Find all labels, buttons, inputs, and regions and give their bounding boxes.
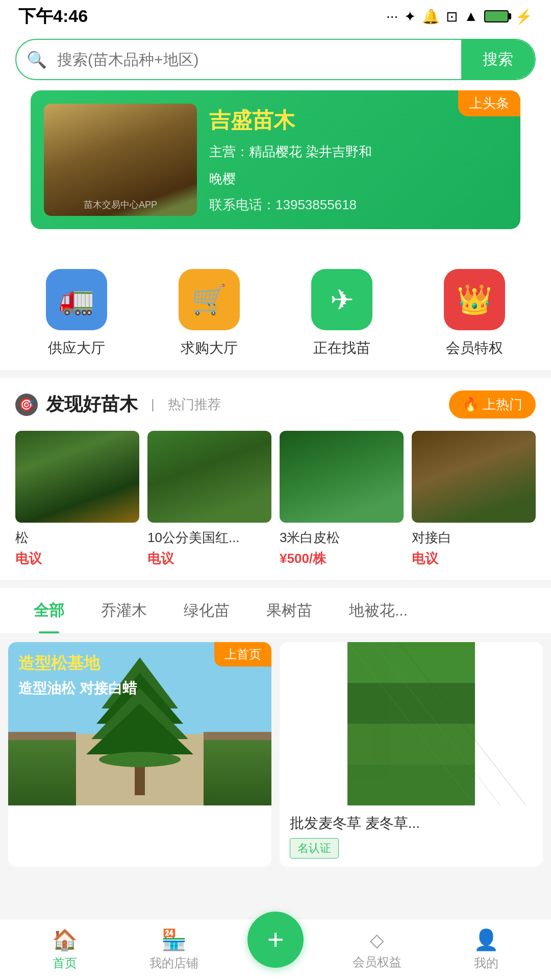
- tab-ground[interactable]: 地被花...: [331, 588, 426, 633]
- product-card-info-1: 批发麦冬草 麦冬草... 名认证: [280, 805, 543, 867]
- discover-header-left: 🎯 发现好苗木 | 热门推荐: [15, 392, 221, 417]
- supply-label: 供应大厅: [48, 338, 105, 358]
- quick-action-find[interactable]: ✈ 正在找苗: [311, 269, 372, 358]
- category-tabs: 全部 乔灌木 绿化苗 果树苗 地被花...: [0, 588, 551, 634]
- quick-action-supply[interactable]: 🚛 供应大厅: [46, 269, 107, 358]
- charge-icon: ⚡: [515, 8, 533, 25]
- quick-action-member[interactable]: 👑 会员特权: [444, 269, 505, 358]
- search-section: 🔍 搜索: [0, 31, 551, 90]
- discover-grid: 松 电议 10公分美国红... 电议 3米白皮松 ¥500/株 对接白 电议: [15, 431, 536, 568]
- discover-item-1[interactable]: 10公分美国红... 电议: [147, 431, 271, 568]
- add-icon: +: [267, 923, 284, 956]
- banner-section: 上头条 苗木交易中心APP 吉盛苗木 主营：精品樱花 染井吉野和 晚樱 联系电话…: [0, 90, 551, 254]
- product-card-1[interactable]: 批发麦冬草 麦冬草... 名认证: [280, 642, 543, 867]
- find-icon: ✈: [311, 269, 372, 330]
- product-card-info-0: [8, 805, 271, 822]
- product-overlay-subtitle-0: 造型油松 对接白蜡: [18, 679, 261, 698]
- discover-item-name-1: 10公分美国红...: [147, 529, 271, 547]
- divider: |: [151, 397, 155, 412]
- banner-info: 吉盛苗木 主营：精品樱花 染井吉野和 晚樱 联系电话：13953855618: [209, 106, 507, 214]
- nav-shop[interactable]: 🏪 我的店铺: [138, 928, 210, 971]
- fire-icon: 🔥: [462, 397, 479, 412]
- discover-item-price-0: 电议: [15, 550, 139, 568]
- discover-item-0[interactable]: 松 电议: [15, 431, 139, 568]
- bell-icon: 🔔: [422, 8, 440, 25]
- discover-item-price-2: ¥500/株: [280, 550, 404, 568]
- signal-icon: ···: [386, 8, 398, 24]
- nav-profile[interactable]: 👤 我的: [450, 928, 522, 971]
- quick-action-purchase[interactable]: 🛒 求购大厅: [179, 269, 240, 358]
- discover-section: 🎯 发现好苗木 | 热门推荐 🔥 上热门 松 电议 10公分美国红... 电议 …: [0, 378, 551, 580]
- discover-item-2[interactable]: 3米白皮松 ¥500/株: [280, 431, 404, 568]
- search-input[interactable]: [57, 51, 461, 68]
- product-card-0[interactable]: 上首页 造型松基地 造型油松 对接白蜡: [8, 642, 271, 867]
- discover-subtitle: 热门推荐: [168, 396, 221, 413]
- bottom-nav: 🏠 首页 🏪 我的店铺 + ◇ 会员权益 👤 我的: [0, 919, 551, 980]
- banner-desc1: 主营：精品樱花 染井吉野和: [209, 142, 507, 162]
- svg-rect-9: [347, 642, 475, 683]
- nav-home[interactable]: 🏠 首页: [29, 928, 101, 971]
- search-button[interactable]: 搜索: [461, 40, 535, 79]
- search-bar: 🔍 搜索: [15, 39, 536, 80]
- svg-rect-12: [347, 765, 475, 805]
- bluetooth-icon: ✦: [404, 8, 416, 25]
- discover-item-img-1: [147, 431, 271, 523]
- grass-svg: [280, 642, 543, 805]
- hot-btn-label: 上热门: [483, 396, 522, 413]
- sim-icon: ⊡: [446, 8, 458, 25]
- benefits-icon: ◇: [370, 929, 384, 951]
- nav-shop-label: 我的店铺: [149, 955, 198, 971]
- discover-item-img-3: [412, 431, 536, 523]
- product-overlay-0: 造型松基地 造型油松 对接白蜡: [8, 642, 271, 708]
- banner-image: 苗木交易中心APP: [44, 104, 197, 216]
- banner-badge: 上头条: [458, 90, 520, 116]
- discover-icon: 🎯: [15, 394, 38, 416]
- nav-benefits[interactable]: ◇ 会员权益: [341, 929, 413, 970]
- nav-profile-label: 我的: [474, 955, 498, 971]
- wifi-icon: ▲: [464, 8, 478, 24]
- status-time: 下午4:46: [18, 5, 88, 28]
- discover-item-img-2: [280, 431, 404, 523]
- find-label: 正在找苗: [313, 338, 370, 358]
- discover-header: 🎯 发现好苗木 | 热门推荐 🔥 上热门: [15, 390, 536, 419]
- svg-rect-10: [347, 683, 475, 724]
- member-icon: 👑: [444, 269, 505, 330]
- nav-benefits-label: 会员权益: [353, 954, 402, 970]
- tab-fruit[interactable]: 果树苗: [248, 588, 331, 633]
- tab-all[interactable]: 全部: [15, 588, 83, 633]
- profile-icon: 👤: [473, 928, 499, 952]
- search-icon: 🔍: [16, 41, 57, 79]
- discover-item-name-2: 3米白皮松: [280, 529, 404, 547]
- product-card-name-1: 批发麦冬草 麦冬草...: [290, 814, 533, 833]
- shop-icon: 🏪: [161, 928, 187, 952]
- svg-point-7: [99, 752, 181, 767]
- svg-rect-11: [347, 724, 475, 765]
- product-card-img-0: 上首页 造型松基地 造型油松 对接白蜡: [8, 642, 271, 805]
- product-grid: 上首页 造型松基地 造型油松 对接白蜡 批发麦冬草: [0, 634, 551, 938]
- discover-item-price-1: 电议: [147, 550, 271, 568]
- supply-icon: 🚛: [46, 269, 107, 330]
- discover-item-3[interactable]: 对接白 电议: [412, 431, 536, 568]
- product-card-tag-1: 名认证: [290, 838, 339, 859]
- status-icons: ··· ✦ 🔔 ⊡ ▲ ⚡: [386, 8, 533, 25]
- hot-button[interactable]: 🔥 上热门: [449, 390, 536, 419]
- purchase-icon: 🛒: [179, 269, 240, 330]
- tab-shrub[interactable]: 乔灌木: [83, 588, 165, 633]
- discover-title: 发现好苗木: [46, 392, 138, 417]
- status-bar: 下午4:46 ··· ✦ 🔔 ⊡ ▲ ⚡: [0, 0, 551, 31]
- discover-item-name-0: 松: [15, 529, 139, 547]
- member-label: 会员特权: [446, 338, 503, 358]
- quick-actions: 🚛 供应大厅 🛒 求购大厅 ✈ 正在找苗 👑 会员特权: [0, 254, 551, 370]
- product-card-img-1: [280, 642, 543, 805]
- banner-watermark: 苗木交易中心APP: [84, 199, 157, 211]
- home-icon: 🏠: [52, 928, 78, 952]
- tab-greening[interactable]: 绿化苗: [165, 588, 248, 633]
- banner-phone: 联系电话：13953855618: [209, 196, 507, 214]
- banner-card[interactable]: 上头条 苗木交易中心APP 吉盛苗木 主营：精品樱花 染井吉野和 晚樱 联系电话…: [31, 90, 520, 229]
- battery-icon: [484, 10, 509, 22]
- nav-add-button[interactable]: +: [247, 912, 304, 968]
- product-overlay-title-0: 造型松基地: [18, 652, 261, 675]
- banner-desc2: 晚樱: [209, 169, 507, 189]
- discover-item-price-3: 电议: [412, 550, 536, 568]
- discover-item-img-0: [15, 431, 139, 523]
